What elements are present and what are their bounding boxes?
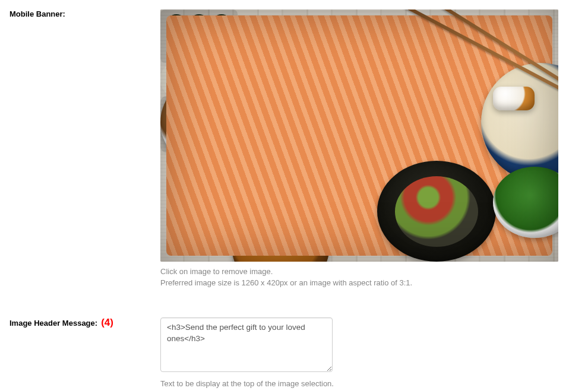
food-seaweed-bowl (493, 167, 558, 238)
food-curry-bowl (232, 196, 330, 262)
food-sushi-plate (160, 9, 238, 63)
food-soup-bowl (392, 19, 481, 90)
image-header-message-label: Image Header Message: (10, 319, 97, 328)
food-rice-bowl (279, 21, 350, 87)
chopsticks-icon (397, 9, 558, 84)
food-chili-sauce (380, 182, 434, 232)
image-header-message-input[interactable] (160, 317, 333, 372)
food-noodle-bowl (160, 75, 261, 170)
image-header-message-field: Text to be display at the top of the ima… (160, 317, 562, 391)
image-header-message-label-col: Image Header Message: (4) (10, 317, 160, 328)
image-header-message-annotation: (4) (101, 317, 113, 328)
mobile-banner-hint-line1: Click on image to remove image. (160, 267, 273, 276)
mobile-banner-hint-line2: Preferred image size is 1260 x 420px or … (160, 278, 412, 287)
image-header-message-row: Image Header Message: (4) Text to be dis… (10, 317, 562, 391)
mobile-banner-image[interactable] (160, 9, 558, 262)
mobile-banner-label: Mobile Banner: (10, 9, 65, 18)
mobile-banner-row: Mobile Banner: Click on image (10, 9, 562, 289)
food-spring-roll (160, 63, 249, 96)
image-header-message-hint: Text to be display at the top of the ima… (160, 379, 562, 391)
food-stir-fry-bowl (377, 161, 496, 262)
food-ramen-bowl (481, 63, 558, 182)
mobile-banner-field: Click on image to remove image. Preferre… (160, 9, 562, 289)
food-shrimp-plate (160, 96, 232, 152)
mobile-banner-label-col: Mobile Banner: (10, 9, 160, 18)
image-header-message-hint-line1: Text to be display at the top of the ima… (160, 379, 334, 388)
mobile-banner-hint: Click on image to remove image. Preferre… (160, 266, 562, 289)
food-pickled-ginger (493, 87, 535, 110)
